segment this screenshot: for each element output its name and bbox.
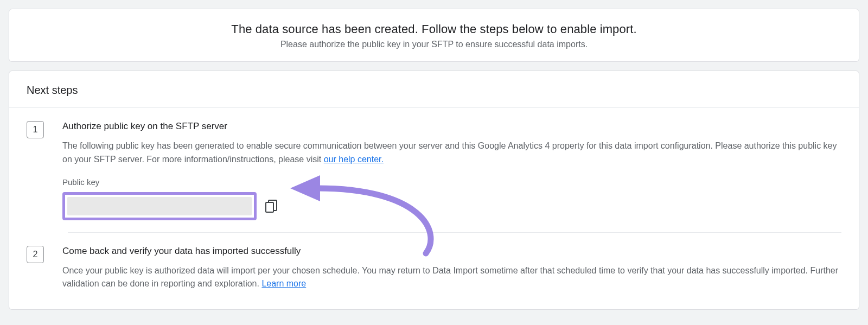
public-key-label: Public key	[62, 177, 841, 187]
help-center-link[interactable]: our help center.	[324, 155, 384, 164]
step-2: 2 Come back and verify your data has imp…	[9, 233, 859, 297]
step-text: The following public key has been genera…	[62, 141, 837, 164]
copy-icon[interactable]	[265, 200, 277, 213]
copy-icon-svg	[265, 200, 277, 213]
step-1: 1 Authorize public key on the SFTP serve…	[9, 108, 859, 226]
step-number-badge: 1	[27, 121, 44, 138]
public-key-highlight-box	[62, 192, 257, 220]
step-heading: Authorize public key on the SFTP server	[62, 121, 841, 132]
section-title: Next steps	[9, 71, 859, 108]
next-steps-card: Next steps 1 Authorize public key on the…	[9, 71, 859, 310]
banner-card: The data source has been created. Follow…	[9, 9, 859, 62]
step-text: Once your public key is authorized data …	[62, 266, 838, 289]
svg-rect-0	[266, 202, 273, 212]
step-heading: Come back and verify your data has impor…	[62, 246, 841, 257]
public-key-field[interactable]	[67, 197, 252, 215]
step-number-badge: 2	[27, 246, 44, 263]
step-description: Once your public key is authorized data …	[62, 264, 841, 291]
learn-more-link[interactable]: Learn more	[261, 279, 306, 288]
step-description: The following public key has been genera…	[62, 139, 841, 167]
banner-title: The data source has been created. Follow…	[27, 22, 841, 36]
banner-subtitle: Please authorize the public key in your …	[27, 40, 841, 49]
